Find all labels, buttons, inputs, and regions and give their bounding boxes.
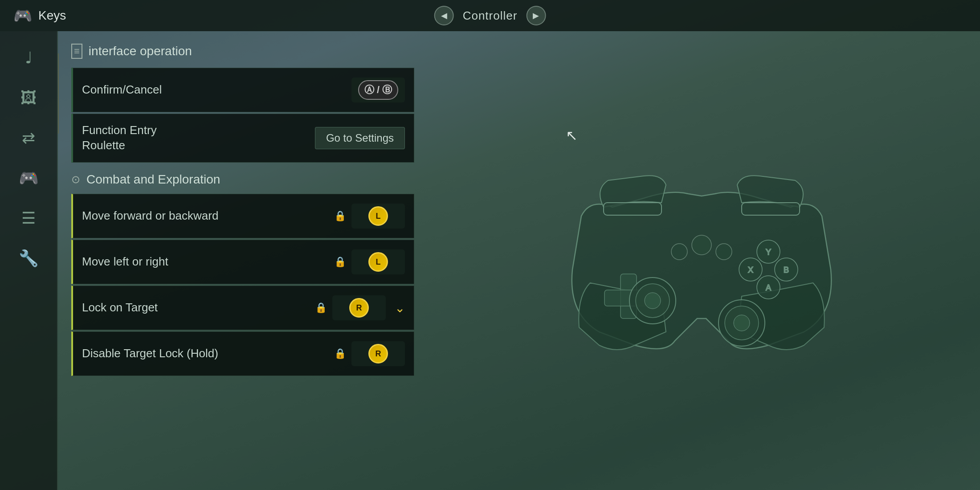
confirm-cancel-row: Confirm/Cancel Ⓐ / Ⓑ	[71, 68, 414, 112]
svg-point-18	[671, 244, 687, 260]
settings-icon: ⇄	[22, 129, 35, 147]
confirm-cancel-label: Confirm/Cancel	[82, 82, 351, 98]
function-label-text: Function EntryRoulette	[82, 123, 157, 152]
gamepad-icon: 🎮	[13, 7, 32, 24]
disable-target-label: Disable Target Lock (Hold)	[82, 346, 334, 361]
controller-icon: 🎮	[19, 169, 39, 188]
app-title-group: 🎮 Keys	[13, 7, 66, 24]
svg-point-9	[734, 315, 750, 331]
svg-rect-1	[742, 203, 800, 215]
function-roulette-controls: Go to Settings	[315, 127, 405, 149]
move-left-row: Move left or right 🔒 L	[71, 240, 414, 284]
lock-target-row: Lock on Target 🔒 R ⌄	[71, 286, 414, 330]
move-forward-key-slot[interactable]: L	[351, 204, 405, 229]
svg-point-19	[692, 235, 711, 255]
lock-icon-fwd: 🔒	[334, 210, 346, 222]
interface-section-title: interface operation	[89, 44, 192, 58]
sidebar-item-music[interactable]: ♩	[11, 40, 46, 76]
sidebar: ♩ 🖼 ⇄ 🎮 ☰ 🔧	[0, 31, 58, 490]
lock-icon-target: 🔒	[315, 302, 327, 314]
lock-icon-disable: 🔒	[334, 348, 346, 359]
confirm-cancel-controls: Ⓐ / Ⓑ	[351, 78, 405, 102]
left-stick-badge-left: L	[368, 252, 388, 272]
function-roulette-row: Function EntryRoulette Go to Settings	[71, 114, 414, 163]
ab-badge: Ⓐ / Ⓑ	[358, 80, 398, 100]
right-stick-badge-disable: R	[368, 344, 388, 363]
sidebar-item-tools[interactable]: 🔧	[11, 241, 46, 276]
app-title: Keys	[38, 8, 66, 23]
b-label: Ⓑ	[382, 83, 392, 97]
interface-section-header: ≡ interface operation	[71, 40, 414, 62]
combat-section-icon: ⊙	[71, 173, 80, 186]
move-left-key-slot[interactable]: L	[351, 249, 405, 274]
next-button[interactable]: ▶	[526, 6, 546, 25]
slash-label: /	[377, 84, 380, 96]
function-roulette-label: Function EntryRoulette	[82, 123, 315, 153]
svg-text:X: X	[748, 265, 753, 274]
move-forward-row: Move forward or backward 🔒 L	[71, 194, 414, 238]
svg-point-20	[716, 244, 732, 260]
svg-rect-0	[604, 203, 662, 215]
confirm-cancel-key-slot[interactable]: Ⓐ / Ⓑ	[351, 78, 405, 102]
controller-area: Y A X B	[423, 31, 980, 490]
sidebar-item-settings[interactable]: ⇄	[11, 120, 46, 156]
interface-section-icon: ≡	[71, 44, 82, 59]
tools-icon: 🔧	[19, 249, 39, 268]
controller-image: Y A X B	[546, 127, 858, 394]
disable-target-controls: 🔒 R	[334, 341, 405, 366]
combat-section-header: ⊙ Combat and Exploration	[71, 170, 414, 189]
left-stick-badge-fwd: L	[368, 206, 388, 226]
prev-button[interactable]: ◀	[434, 6, 454, 25]
lock-target-key-slot[interactable]: R	[332, 295, 386, 320]
disable-target-row: Disable Target Lock (Hold) 🔒 R	[71, 331, 414, 376]
right-stick-badge-target: R	[349, 298, 369, 318]
move-forward-label: Move forward or backward	[82, 208, 334, 224]
lock-target-label: Lock on Target	[82, 300, 315, 315]
svg-text:A: A	[766, 283, 771, 292]
svg-text:B: B	[784, 265, 789, 274]
chat-icon: ☰	[21, 209, 36, 228]
music-icon: ♩	[25, 49, 33, 67]
sidebar-item-chat[interactable]: ☰	[11, 200, 46, 236]
lock-target-controls: 🔒 R ⌄	[315, 295, 405, 320]
combat-section-title: Combat and Exploration	[86, 172, 220, 187]
svg-text:Y: Y	[766, 248, 771, 257]
controller-label: Controller	[463, 9, 518, 23]
gallery-icon: 🖼	[20, 89, 37, 107]
goto-settings-button[interactable]: Go to Settings	[315, 127, 405, 149]
sidebar-item-controller[interactable]: 🎮	[11, 160, 46, 196]
chevron-down-icon[interactable]: ⌄	[395, 301, 405, 315]
svg-point-6	[645, 293, 661, 309]
main-panel: ≡ interface operation Confirm/Cancel Ⓐ /…	[58, 31, 423, 490]
lock-icon-left: 🔒	[334, 256, 346, 268]
sidebar-item-gallery[interactable]: 🖼	[11, 80, 46, 116]
move-left-label: Move left or right	[82, 254, 334, 270]
controller-nav: ◀ Controller ▶	[434, 0, 546, 31]
a-label: Ⓐ	[364, 83, 374, 97]
disable-target-key-slot[interactable]: R	[351, 341, 405, 366]
move-forward-controls: 🔒 L	[334, 204, 405, 229]
move-left-controls: 🔒 L	[334, 249, 405, 274]
